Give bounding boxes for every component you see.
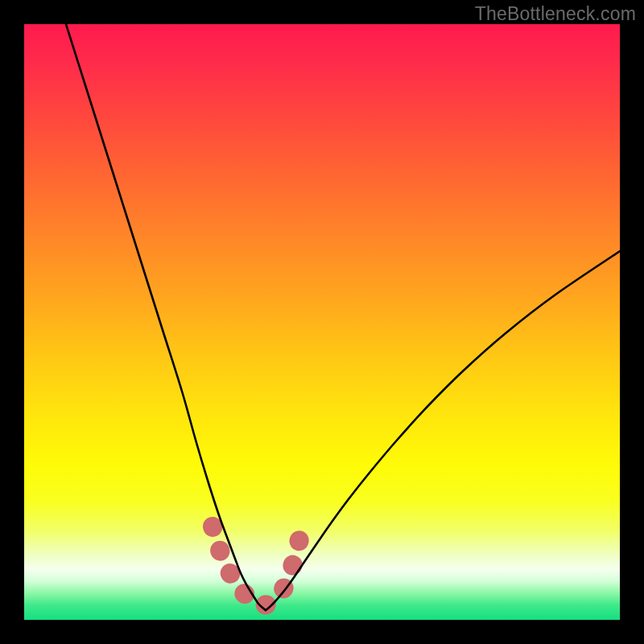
watermark-text: TheBottleneck.com bbox=[475, 3, 636, 25]
chart-stage: TheBottleneck.com bbox=[0, 0, 644, 644]
valley-marker-sausage bbox=[213, 526, 299, 605]
right-branch-curve bbox=[266, 251, 620, 610]
left-branch-curve bbox=[66, 24, 266, 610]
plot-area bbox=[24, 24, 620, 620]
curve-layer bbox=[24, 24, 620, 620]
